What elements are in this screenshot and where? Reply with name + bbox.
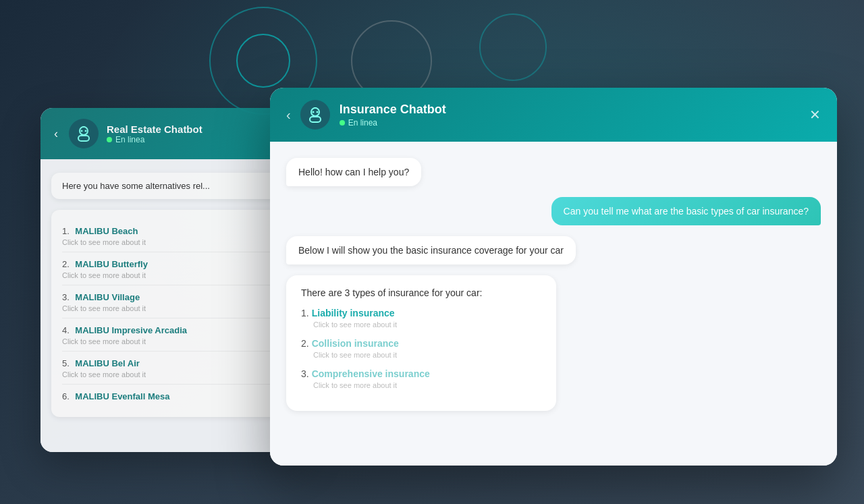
real-estate-message: Here you have some alternatives rel... — [51, 173, 293, 199]
re-item-sub: Click to see more about it — [62, 238, 282, 246]
real-estate-bot-avatar — [69, 119, 99, 148]
svg-point-8 — [312, 111, 314, 113]
re-item-sub: Click to see more about it — [62, 370, 282, 379]
real-estate-bot-name: Real Estate Chatbot — [107, 123, 290, 135]
real-estate-list-item: 1. MALIBU Beach Click to see more about … — [62, 219, 282, 252]
real-estate-list-item: 2. MALIBU Butterfly Click to see more ab… — [62, 252, 282, 285]
insurance-item-1-header: 1. Liability insurance — [301, 308, 541, 318]
real-estate-status-text: En linea — [115, 135, 144, 144]
bot-greeting-message: Hello! how can I help you? — [286, 158, 421, 186]
svg-rect-1 — [78, 136, 89, 141]
insurance-item-2-header: 2. Collision insurance — [301, 338, 541, 349]
user-question-message: Can you tell me what are the basic types… — [551, 197, 821, 225]
insurance-item-3-sub: Click to see more about it — [313, 381, 541, 389]
insurance-bot-info: Insurance Chatbot En linea — [340, 103, 800, 128]
re-item-link[interactable]: MALIBU Village — [75, 292, 140, 302]
re-item-link[interactable]: MALIBU Impresive Arcadia — [75, 325, 187, 335]
collision-insurance-link[interactable]: Collision insurance — [312, 338, 399, 349]
insurance-item-2-sub: Click to see more about it — [313, 351, 541, 359]
svg-rect-7 — [310, 117, 321, 122]
re-item-link[interactable]: MALIBU Butterfly — [75, 259, 148, 269]
svg-point-2 — [81, 130, 83, 132]
real-estate-list-item: 6. MALIBU Evenfall Mesa — [62, 385, 282, 408]
insurance-item-1-num: 1. — [301, 308, 309, 318]
bot-response-message: Below I will show you the basic insuranc… — [286, 236, 576, 264]
re-item-link[interactable]: MALIBU Beach — [75, 226, 138, 236]
re-item-num: 1. — [62, 226, 70, 236]
re-item-num: 2. — [62, 259, 70, 269]
real-estate-list: 1. MALIBU Beach Click to see more about … — [51, 210, 293, 417]
re-item-num: 6. — [62, 391, 70, 401]
insurance-item-2-num: 2. — [301, 338, 309, 349]
insurance-item-3: 3. Comprehensive insurance Click to see … — [301, 368, 541, 389]
re-item-link[interactable]: MALIBU Evenfall Mesa — [75, 391, 169, 401]
insurance-header: ‹ Insurance Chatbot En linea ✕ — [270, 88, 837, 142]
insurance-bot-name: Insurance Chatbot — [340, 103, 800, 117]
insurance-chatbot-window: ‹ Insurance Chatbot En linea ✕ — [270, 88, 837, 466]
re-item-link[interactable]: MALIBU Bel Air — [75, 358, 140, 368]
re-item-num: 3. — [62, 292, 70, 302]
insurance-item-3-header: 3. Comprehensive insurance — [301, 368, 541, 379]
svg-point-9 — [316, 111, 318, 113]
real-estate-list-item: 4. MALIBU Impresive Arcadia Click to see… — [62, 318, 282, 352]
real-estate-list-item: 3. MALIBU Village Click to see more abou… — [62, 285, 282, 318]
real-estate-bot-status: En linea — [107, 135, 290, 144]
svg-point-3 — [85, 130, 87, 132]
real-estate-bot-info: Real Estate Chatbot En linea — [107, 123, 290, 144]
re-item-sub: Click to see more about it — [62, 271, 282, 279]
real-estate-back-button[interactable]: ‹ — [54, 127, 58, 141]
main-scene: ‹ Real Estate Chatbot En linea — [0, 0, 864, 504]
insurance-bot-status: En linea — [340, 118, 800, 128]
liability-insurance-link[interactable]: Liability insurance — [312, 308, 395, 318]
insurance-item-3-num: 3. — [301, 368, 309, 379]
insurance-status-dot — [340, 120, 345, 125]
insurance-back-button[interactable]: ‹ — [286, 107, 291, 123]
re-item-sub: Click to see more about it — [62, 337, 282, 345]
insurance-types-card: There are 3 types of insurance for your … — [286, 275, 556, 411]
insurance-close-button[interactable]: ✕ — [809, 107, 821, 123]
real-estate-chatbot-window: ‹ Real Estate Chatbot En linea — [40, 108, 304, 452]
insurance-item-1: 1. Liability insurance Click to see more… — [301, 308, 541, 329]
re-item-sub: Click to see more about it — [62, 304, 282, 312]
insurance-bot-avatar — [300, 100, 330, 130]
real-estate-list-item: 5. MALIBU Bel Air Click to see more abou… — [62, 352, 282, 385]
insurance-item-2: 2. Collision insurance Click to see more… — [301, 338, 541, 359]
insurance-item-1-sub: Click to see more about it — [313, 320, 541, 329]
insurance-card-title: There are 3 types of insurance for your … — [301, 287, 541, 298]
real-estate-body: Here you have some alternatives rel... 1… — [40, 159, 304, 452]
re-item-num: 4. — [62, 325, 70, 335]
re-item-num: 5. — [62, 358, 70, 368]
real-estate-status-dot — [107, 137, 112, 142]
real-estate-header: ‹ Real Estate Chatbot En linea — [40, 108, 304, 159]
insurance-chat-body: Hello! how can I help you? Can you tell … — [270, 142, 837, 466]
comprehensive-insurance-link[interactable]: Comprehensive insurance — [312, 368, 430, 379]
insurance-status-text: En linea — [348, 118, 377, 128]
